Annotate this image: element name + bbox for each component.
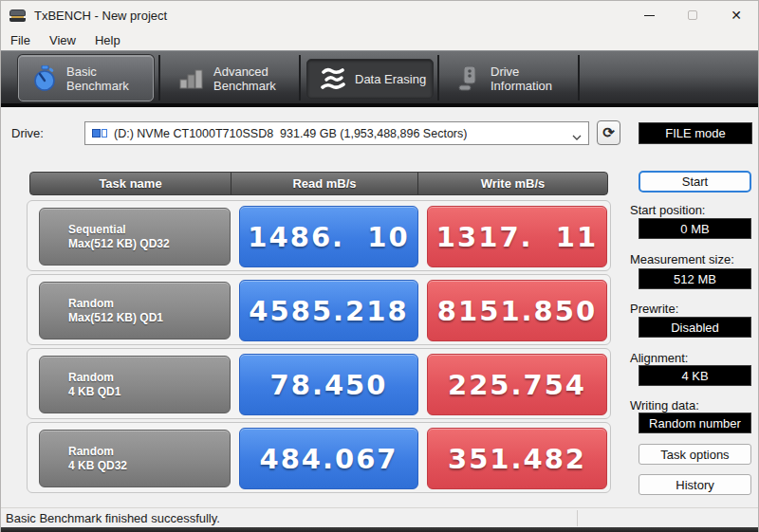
stopwatch-icon [30, 65, 59, 92]
menu-bar: File View Help [1, 29, 758, 50]
minimize-button[interactable] [627, 1, 671, 29]
measurement-size-label: Measurement size: [630, 252, 734, 266]
drive-selected-value: (D:) NVMe CT1000T710SSD8 931.49 GB (1,95… [114, 127, 467, 140]
benchmark-row: RandomMax(512 KB) QD1 4585.218 8151.850 [27, 274, 611, 345]
file-mode-badge: FILE mode [639, 122, 752, 144]
results-table-header: Task name Read mB/s Write mB/s [29, 172, 608, 195]
maximize-icon [688, 10, 697, 20]
status-bar-divider [577, 510, 578, 526]
status-bar: Basic Benchmark finished successfully. [1, 507, 758, 527]
tab-data-erasing[interactable]: Data Erasing [306, 59, 434, 99]
main-content: Drive: (D:) NVMe CT1000T710SSD8 931.49 G… [1, 107, 758, 507]
refresh-drives-button[interactable]: ⟳ [597, 120, 620, 145]
title-bar: TxBENCH - New project ✕ [1, 1, 758, 29]
write-value: 351.482 [427, 428, 607, 489]
benchmark-row: SequentialMax(512 KB) QD32 1486. 10 1317… [27, 200, 611, 271]
write-value: 225.754 [427, 354, 607, 415]
window-title: TxBENCH - New project [34, 9, 167, 23]
tab-separator [437, 55, 439, 101]
writing-data-value: Random number [639, 413, 751, 433]
read-value: 78.450 [239, 354, 418, 415]
start-position-label: Start position: [630, 203, 706, 217]
disk-partition-icon [92, 128, 108, 139]
taskbar-strip [1, 527, 758, 532]
tab-advanced-label: AdvancedBenchmark [213, 64, 276, 93]
tab-separator [578, 55, 580, 101]
tab-separator [158, 55, 160, 101]
read-value: 484.067 [239, 428, 418, 489]
write-value: 1317. 11 [427, 206, 607, 267]
tab-advanced-benchmark[interactable]: AdvancedBenchmark [166, 55, 297, 101]
benchmark-row: Random4 KB QD1 78.450 225.754 [27, 348, 611, 419]
read-value: 4585.218 [239, 280, 418, 341]
alignment-value: 4 KB [639, 365, 751, 386]
tab-erasing-label: Data Erasing [355, 72, 426, 86]
task-button[interactable]: RandomMax(512 KB) QD1 [39, 282, 231, 339]
history-button[interactable]: History [639, 474, 751, 495]
status-text: Basic Benchmark finished successfully. [6, 511, 220, 525]
tab-separator [299, 55, 301, 101]
benchmark-row: Random4 KB QD32 484.067 351.482 [27, 422, 611, 493]
close-icon: ✕ [731, 8, 742, 23]
tab-drive-information[interactable]: DriveInformation [443, 55, 576, 101]
menu-item-help[interactable]: Help [85, 31, 130, 49]
menu-item-file[interactable]: File [1, 31, 40, 49]
task-options-button[interactable]: Task options [639, 444, 751, 465]
task-button[interactable]: SequentialMax(512 KB) QD32 [39, 208, 231, 266]
header-read: Read mB/s [231, 173, 418, 194]
txbench-window: TxBENCH - New project ✕ File View Help B… [0, 0, 759, 532]
drive-label: Drive: [11, 126, 44, 140]
app-icon [9, 9, 27, 23]
prewrite-label: Prewrite: [630, 302, 678, 316]
tab-bar: BasicBenchmark AdvancedBenchmark [1, 50, 758, 107]
close-button[interactable]: ✕ [714, 1, 758, 29]
menu-item-view[interactable]: View [40, 31, 85, 49]
chevron-down-icon [572, 129, 582, 138]
write-value: 8151.850 [427, 280, 607, 341]
alignment-label: Alignment: [630, 351, 688, 365]
maximize-button[interactable] [671, 1, 714, 29]
header-write: Write mB/s [418, 173, 607, 194]
refresh-icon: ⟳ [602, 124, 615, 141]
drive-info-icon [454, 65, 483, 92]
start-button[interactable]: Start [639, 171, 751, 193]
erase-squiggle-icon [319, 67, 347, 90]
measurement-size-value: 512 MB [639, 268, 751, 289]
tab-basic-benchmark[interactable]: BasicBenchmark [18, 55, 154, 101]
bar-chart-icon [177, 67, 206, 90]
minimize-icon [644, 15, 655, 16]
read-value: 1486. 10 [239, 206, 418, 267]
prewrite-value: Disabled [639, 317, 751, 338]
header-task-name: Task name [30, 173, 231, 194]
task-button[interactable]: Random4 KB QD1 [39, 356, 231, 413]
drive-select[interactable]: (D:) NVMe CT1000T710SSD8 931.49 GB (1,95… [84, 121, 589, 145]
tab-driveinfo-label: DriveInformation [491, 64, 552, 93]
start-position-value: 0 MB [639, 218, 751, 239]
task-button[interactable]: Random4 KB QD32 [39, 430, 231, 487]
tab-basic-label: BasicBenchmark [66, 64, 129, 93]
writing-data-label: Writing data: [630, 398, 699, 413]
